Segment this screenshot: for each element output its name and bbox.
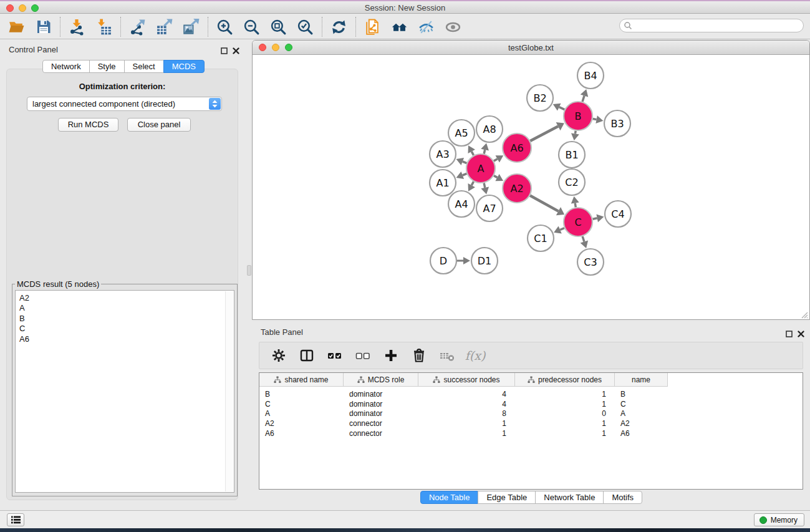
tab-mcds[interactable]: MCDS	[163, 60, 205, 73]
close-panel-icon[interactable]	[798, 329, 804, 340]
cell-mcds-role[interactable]: dominator	[344, 409, 418, 419]
task-history-button[interactable]	[7, 513, 24, 526]
close-panel-button[interactable]: Close panel	[127, 118, 191, 132]
export-image-icon[interactable]	[183, 19, 200, 36]
cell-predecessor-nodes[interactable]: 1	[515, 429, 615, 439]
show-graphics-details-icon[interactable]	[445, 19, 461, 36]
import-network-icon[interactable]	[69, 19, 85, 36]
graph-edge-C-C3	[582, 236, 584, 242]
result-item-a2[interactable]: A2	[16, 293, 234, 303]
import-table-icon[interactable]	[95, 19, 112, 36]
cell-mcds-role[interactable]: dominator	[344, 400, 418, 410]
zoom-fit-icon[interactable]	[270, 19, 287, 36]
graph-node-label-D: D	[440, 255, 447, 267]
table-row[interactable]: Adominator80A	[259, 409, 803, 419]
cell-predecessor-nodes[interactable]: 1	[515, 390, 615, 400]
apply-layout-icon[interactable]	[330, 19, 347, 36]
graph-edge-A2-C	[530, 196, 558, 211]
cell-successor-nodes[interactable]: 1	[418, 429, 515, 439]
tab-network-table[interactable]: Network Table	[535, 491, 604, 504]
column-header-predecessor-nodes[interactable]: predecessor nodes	[515, 373, 615, 387]
zoom-selected-icon[interactable]	[297, 19, 314, 36]
open-file-icon[interactable]	[8, 19, 25, 36]
result-item-a6[interactable]: A6	[16, 334, 234, 344]
edge-arrowhead	[463, 257, 470, 264]
run-mcds-button[interactable]: Run MCDS	[58, 118, 118, 132]
zoom-out-icon[interactable]	[243, 19, 260, 36]
new-network-from-file-icon[interactable]	[364, 19, 381, 36]
cell-name[interactable]: A6	[615, 429, 668, 439]
optimization-criterion-label: Optimization criterion:	[7, 82, 238, 91]
tab-style[interactable]: Style	[89, 60, 125, 73]
tab-node-table[interactable]: Node Table	[420, 491, 479, 504]
search-input[interactable]	[632, 20, 803, 31]
result-item-a[interactable]: A	[16, 303, 234, 313]
table-row[interactable]: Cdominator41C	[259, 400, 803, 410]
cell-successor-nodes[interactable]: 8	[418, 409, 515, 419]
deselect-all-icon[interactable]	[354, 346, 372, 365]
table-row[interactable]: A6connector11A6	[259, 429, 803, 439]
select-all-icon[interactable]	[325, 346, 344, 365]
cell-name[interactable]: B	[615, 390, 668, 400]
table-settings-gear-icon[interactable]	[269, 346, 288, 365]
cell-mcds-role[interactable]: connector	[344, 429, 418, 439]
column-header-name[interactable]: name	[615, 373, 668, 387]
graph-node-label-B: B	[575, 110, 582, 122]
float-panel-icon[interactable]	[786, 329, 793, 340]
delete-entry-icon[interactable]	[410, 346, 428, 365]
graph-node-label-B4: B4	[584, 70, 597, 82]
cell-successor-nodes[interactable]: 4	[418, 400, 515, 410]
result-scrollbar[interactable]	[225, 291, 233, 491]
cell-shared-name[interactable]: B	[259, 390, 344, 400]
hide-graphics-details-icon[interactable]	[418, 19, 435, 36]
save-session-icon[interactable]	[35, 19, 52, 36]
add-entry-icon[interactable]	[382, 346, 400, 365]
table-row[interactable]: A2connector11A2	[259, 419, 803, 429]
close-panel-icon[interactable]	[233, 46, 239, 57]
optimization-criterion-select[interactable]: largest connected component (directed)	[27, 97, 222, 111]
cell-successor-nodes[interactable]: 1	[418, 419, 515, 429]
column-header-shared-name[interactable]: shared name	[259, 373, 344, 387]
cell-mcds-role[interactable]: connector	[344, 419, 418, 429]
home-icon[interactable]	[391, 19, 408, 36]
hierarchy-icon	[357, 376, 365, 384]
cell-shared-name[interactable]: C	[259, 400, 344, 410]
tab-select[interactable]: Select	[124, 60, 164, 73]
result-item-c[interactable]: C	[16, 324, 234, 334]
table-rows: Bdominator41BCdominator41CAdominator80AA…	[259, 387, 803, 438]
tab-network[interactable]: Network	[42, 60, 90, 73]
graph-edge-A-A1	[463, 173, 467, 175]
cell-mcds-role[interactable]: dominator	[344, 390, 418, 400]
zoom-in-icon[interactable]	[216, 19, 233, 36]
cell-name[interactable]: C	[615, 400, 668, 410]
cell-name[interactable]: A	[615, 409, 668, 419]
export-table-icon[interactable]	[156, 19, 173, 36]
column-header-mcds-role[interactable]: MCDS role	[344, 373, 418, 387]
cell-predecessor-nodes[interactable]: 0	[515, 409, 615, 419]
cell-shared-name[interactable]: A2	[259, 419, 344, 429]
cell-shared-name[interactable]: A	[259, 409, 344, 419]
tab-motifs[interactable]: Motifs	[603, 491, 642, 504]
function-builder-icon[interactable]: f(x)	[466, 346, 485, 365]
cell-shared-name[interactable]: A6	[259, 429, 344, 439]
column-header-successor-nodes[interactable]: successor nodes	[418, 373, 515, 387]
tab-edge-table[interactable]: Edge Table	[478, 491, 536, 504]
resize-grip-icon[interactable]	[800, 310, 808, 318]
table-row[interactable]: Bdominator41B	[259, 390, 803, 400]
cell-name[interactable]: A2	[615, 419, 668, 429]
cell-successor-nodes[interactable]: 4	[418, 390, 515, 400]
network-canvas[interactable]: B4B2BB3A5A8A6A3B1AA1C2A2A4A7C4CC1C3DD1	[253, 55, 809, 319]
network-window-title: testGlobe.txt	[253, 43, 809, 52]
panel-splitter-grip[interactable]	[247, 265, 251, 276]
delete-table-icon[interactable]	[438, 346, 456, 365]
result-item-b[interactable]: B	[16, 314, 234, 324]
float-panel-icon[interactable]	[221, 46, 228, 57]
memory-button[interactable]: Memory	[754, 513, 804, 526]
graph-edge-B-B1	[575, 131, 576, 134]
graph-edge-A-A8	[484, 150, 485, 153]
cell-predecessor-nodes[interactable]: 1	[515, 400, 615, 410]
memory-status-icon	[759, 516, 767, 524]
export-network-icon[interactable]	[129, 19, 146, 36]
cell-predecessor-nodes[interactable]: 1	[515, 419, 615, 429]
show-column-icon[interactable]	[297, 346, 316, 365]
